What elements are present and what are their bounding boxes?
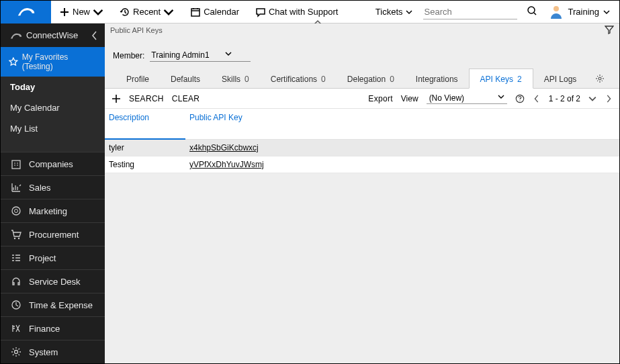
search-button[interactable]: SEARCH [129,94,164,103]
gear-icon[interactable] [595,74,605,83]
tab-defaults[interactable]: Defaults [160,69,211,88]
tab-delegation[interactable]: Delegation0 [337,69,405,88]
calendar-button[interactable]: Calendar [182,1,247,24]
filter-icon[interactable] [605,25,614,36]
sidebar-item-mylist[interactable]: My List [1,118,105,139]
building-icon [10,158,22,170]
cell-apikey[interactable]: x4khpSbGiKcbwxcj [185,140,320,156]
chevron-down-icon [163,7,174,17]
sidebar-item-procurement[interactable]: Procurement [1,222,105,246]
svg-point-1 [528,7,535,13]
brand-icon [10,31,22,40]
tab-skills[interactable]: Skills0 [211,69,260,88]
tab-certifications[interactable]: Certifications0 [260,69,337,88]
help-icon[interactable] [515,94,525,103]
svg-rect-0 [191,9,200,16]
sidebar-item-marketing[interactable]: Marketing [1,199,105,222]
tab-apikeys[interactable]: API Keys2 [469,69,533,89]
logo[interactable] [1,1,51,24]
col-publicapikey[interactable]: Public API Key [185,109,320,139]
sidebar-item-system[interactable]: System [1,340,105,363]
brand-label: ConnectWise [26,30,78,40]
tickets-label: Tickets [375,7,403,17]
member-value: Training Admin1 [151,50,209,60]
chevron-down-icon [225,50,232,57]
gear-icon [10,346,22,358]
recent-label: Recent [133,7,161,17]
sidebar-item-finance[interactable]: Finance [1,316,105,340]
search-icon[interactable] [523,5,541,18]
svg-point-4 [12,207,20,215]
chevron-left-icon[interactable] [91,31,98,40]
clock-icon [10,299,22,311]
history-icon [120,7,130,17]
search-input[interactable] [423,5,517,19]
svg-point-9 [15,351,18,354]
svg-point-7 [18,238,19,239]
sidebar-item-today[interactable]: Today [1,77,105,97]
toolbar: SEARCH CLEAR Export View (No View) 1 - 2… [105,89,619,109]
new-label: New [73,7,90,17]
member-label: Member: [113,51,144,60]
tab-integrations[interactable]: Integrations [405,69,469,88]
table-row[interactable]: Testing yVPfXxDhYuvJWsmj [105,156,619,173]
calendar-icon [190,7,201,17]
avatar-icon [548,4,564,20]
sidebar-item-project[interactable]: Project [1,246,105,269]
member-row: Member: Training Admin1 [105,37,619,66]
sidebar-item-mycalendar[interactable]: My Calendar [1,97,105,118]
user-label: Training [568,7,599,17]
breadcrumb: Public API Keys [110,26,163,34]
col-description[interactable]: Description [105,109,185,140]
search-wrap [423,5,517,19]
chat-icon [255,7,266,17]
user-menu[interactable]: Training [541,4,619,20]
target-icon [10,205,22,217]
sidebar-item-companies[interactable]: Companies [1,152,105,175]
view-select[interactable]: (No View) [427,93,507,104]
export-button[interactable]: Export [368,94,392,103]
svg-rect-3 [12,161,20,169]
cell-apikey[interactable]: yVPfXxDhYuvJWsmj [185,156,320,173]
sidebar-header[interactable]: ConnectWise [1,24,105,47]
tab-apilogs[interactable]: API Logs [533,69,588,88]
cart-icon [10,228,22,240]
tab-profile[interactable]: Profile [116,69,160,88]
new-button[interactable]: New [51,1,112,24]
list-icon [10,252,22,264]
finance-icon [10,322,22,334]
cell-description: tyler [105,140,185,156]
view-label: View [401,94,418,103]
chevron-down-icon [603,9,610,15]
sidebar-item-servicedesk[interactable]: Service Desk [1,269,105,293]
svg-point-10 [599,77,601,80]
tabs: Profile Defaults Skills0 Certifications0… [105,66,619,89]
chart-icon [10,181,22,193]
sidebar: ConnectWise My Favorites (Testing) Today… [1,24,105,363]
chat-button[interactable]: Chat with Support [247,1,346,24]
add-button[interactable] [112,94,121,103]
sidebar-item-time[interactable]: Time & Expense [1,293,105,316]
chevron-down-icon[interactable] [588,95,596,103]
svg-point-12 [519,100,520,101]
cell-description: Testing [105,156,185,173]
table-row[interactable]: tyler x4khpSbGiKcbwxcj [105,140,619,156]
main: Public API Keys Member: Training Admin1 … [105,24,619,363]
sidebar-item-sales[interactable]: Sales [1,175,105,199]
breadcrumb-row: Public API Keys [105,24,619,37]
recent-button[interactable]: Recent [112,1,182,24]
topbar: New Recent Calendar Chat with Support Ti… [1,1,619,24]
tickets-dropdown[interactable]: Tickets [370,7,418,17]
sidebar-favorites[interactable]: My Favorites (Testing) [1,47,105,77]
chevron-down-icon [406,9,412,15]
plus-icon [59,7,70,17]
calendar-label: Calendar [204,7,239,17]
chat-label: Chat with Support [269,7,338,17]
view-value: (No View) [429,93,464,103]
member-select[interactable]: Training Admin1 [150,49,251,62]
chevron-down-icon [498,93,504,100]
star-icon [9,57,18,66]
clear-button[interactable]: CLEAR [172,94,200,103]
prev-page[interactable] [533,95,541,103]
next-page[interactable] [605,95,613,103]
